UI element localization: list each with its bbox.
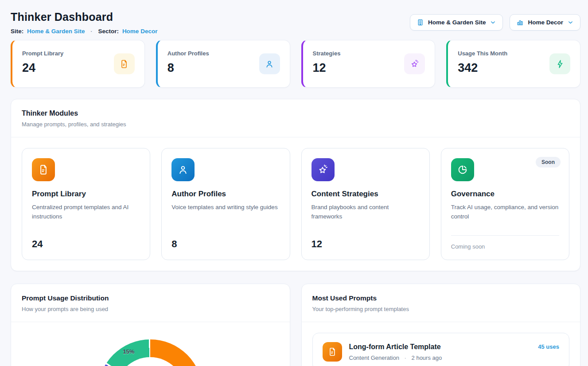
document-icon <box>32 158 55 181</box>
building-icon <box>417 19 424 26</box>
module-count: 8 <box>171 238 280 250</box>
page-title: Thinker Dashboard <box>11 11 157 23</box>
module-description: Track AI usage, compliance, and version … <box>451 203 559 222</box>
donut-slice-label: 15% <box>119 348 138 355</box>
stats-row: Prompt Library 24 Author Profiles 8 Stra… <box>11 40 580 88</box>
module-title: Governance <box>451 190 559 199</box>
module-card-content-strategies[interactable]: Content Strategies Brand playbooks and c… <box>301 148 430 260</box>
prompt-uses-badge: 45 uses <box>538 343 559 350</box>
stat-card-usage: Usage This Month 342 <box>446 40 580 88</box>
module-count: 24 <box>32 238 140 250</box>
module-description: Brand playbooks and content frameworks <box>312 203 420 222</box>
donut-hole <box>116 357 185 366</box>
user-icon <box>259 54 280 74</box>
dashboard-page: Thinker Dashboard Site: Home & Garden Si… <box>0 0 588 366</box>
prompt-time: 2 hours ago <box>412 354 442 361</box>
bar-chart-icon <box>516 19 524 26</box>
sector-link[interactable]: Home Decor <box>122 28 158 35</box>
soon-badge: Soon <box>536 157 561 167</box>
sector-label: Sector: <box>98 28 119 35</box>
donut-chart-area: 15% <box>11 322 290 366</box>
sparkle-star-icon <box>312 158 335 181</box>
usage-card-header: Prompt Usage Distribution How your promp… <box>11 284 290 322</box>
modules-grid: Prompt Library Centralized prompt templa… <box>11 137 580 271</box>
header-actions: Home & Garden Site Home Decor <box>410 14 580 35</box>
prompt-item-meta: Content Generation · 2 hours ago <box>349 354 442 361</box>
sector-selector-button[interactable]: Home Decor <box>510 14 580 31</box>
coming-soon-text: Coming soon <box>451 243 559 250</box>
document-icon <box>323 342 342 362</box>
prompt-item-text: Long-form Article Template Content Gener… <box>349 343 442 361</box>
module-title: Prompt Library <box>32 190 140 199</box>
chevron-down-icon <box>490 19 496 26</box>
prompt-category: Content Generation <box>349 354 399 361</box>
header-titles: Thinker Dashboard Site: Home & Garden Si… <box>11 11 157 35</box>
prompt-list-item[interactable]: Long-form Article Template Content Gener… <box>312 333 570 366</box>
module-divider: Coming soon <box>451 235 559 250</box>
module-description: Centralized prompt templates and AI inst… <box>32 203 140 222</box>
modules-panel-header: Thinker Modules Manage prompts, profiles… <box>11 99 580 137</box>
site-selector-button[interactable]: Home & Garden Site <box>410 14 503 31</box>
usage-distribution-card: Prompt Usage Distribution How your promp… <box>11 284 290 366</box>
meta-separator: · <box>405 354 406 361</box>
stat-card-strategies: Strategies 12 <box>301 40 436 88</box>
meta-separator: · <box>90 28 93 35</box>
sparkle-star-icon <box>404 54 425 74</box>
most-used-prompts-card: Most Used Prompts Your top-performing pr… <box>301 284 581 366</box>
thinker-modules-panel: Thinker Modules Manage prompts, profiles… <box>11 99 580 271</box>
user-icon <box>171 158 195 181</box>
prompts-card-header: Most Used Prompts Your top-performing pr… <box>302 284 580 322</box>
pie-chart-icon <box>451 158 474 181</box>
site-link[interactable]: Home & Garden Site <box>27 28 85 35</box>
breadcrumb: Site: Home & Garden Site · Sector: Home … <box>11 28 157 35</box>
bottom-row: Prompt Usage Distribution How your promp… <box>11 284 580 366</box>
page-header: Thinker Dashboard Site: Home & Garden Si… <box>11 11 580 35</box>
donut-chart: 15% <box>98 339 202 366</box>
stat-card-author-profiles: Author Profiles 8 <box>156 40 290 88</box>
modules-panel-title: Thinker Modules <box>22 109 569 117</box>
module-card-prompt-library[interactable]: Prompt Library Centralized prompt templa… <box>22 148 150 260</box>
stat-card-prompt-library: Prompt Library 24 <box>11 40 145 88</box>
document-icon <box>114 54 135 74</box>
lightning-icon <box>549 54 570 74</box>
module-card-governance[interactable]: Soon Governance Track AI usage, complian… <box>441 148 569 260</box>
sector-selector-label: Home Decor <box>528 19 563 26</box>
usage-card-title: Prompt Usage Distribution <box>22 294 279 302</box>
module-description: Voice templates and writing style guides <box>171 203 280 212</box>
module-title: Content Strategies <box>312 190 420 199</box>
prompt-list: Long-form Article Template Content Gener… <box>302 322 580 366</box>
usage-card-subtitle: How your prompts are being used <box>22 306 279 312</box>
module-card-author-profiles[interactable]: Author Profiles Voice templates and writ… <box>161 148 290 260</box>
site-label: Site: <box>11 28 23 35</box>
prompts-card-subtitle: Your top-performing prompt templates <box>312 306 570 312</box>
site-selector-label: Home & Garden Site <box>428 19 486 26</box>
prompt-item-title: Long-form Article Template <box>349 343 442 351</box>
chevron-down-icon <box>567 19 574 26</box>
module-count: 12 <box>312 238 420 250</box>
modules-panel-subtitle: Manage prompts, profiles, and strategies <box>22 121 569 128</box>
prompts-card-title: Most Used Prompts <box>312 294 570 302</box>
module-title: Author Profiles <box>171 190 280 199</box>
